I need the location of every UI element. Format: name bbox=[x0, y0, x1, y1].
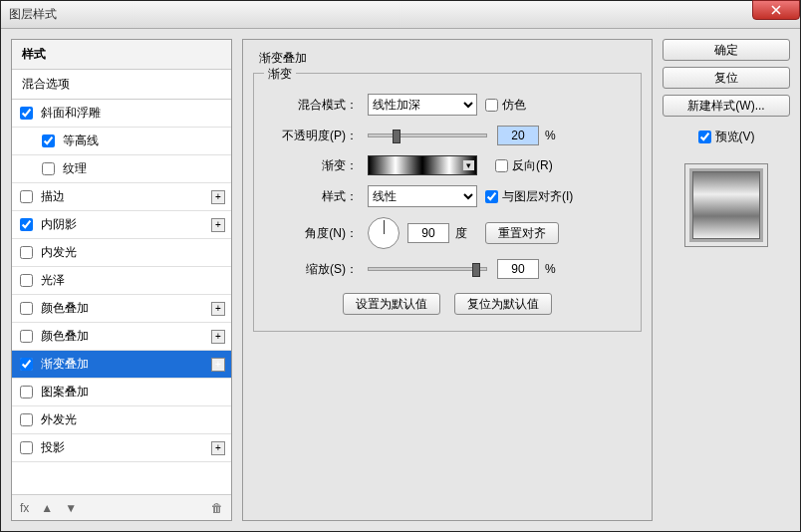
style-item-label: 渐变叠加 bbox=[41, 356, 89, 373]
move-down-icon[interactable]: ▼ bbox=[65, 501, 77, 515]
options-panel: 渐变叠加 渐变 混合模式： 线性加深 仿色 不透明度(P)： % 渐变： ▾ bbox=[242, 39, 653, 521]
blend-mode-label: 混合模式： bbox=[268, 97, 358, 114]
add-effect-icon[interactable]: + bbox=[211, 330, 225, 344]
style-item[interactable]: 投影+ bbox=[12, 434, 231, 462]
style-item[interactable]: 等高线 bbox=[12, 128, 231, 155]
style-label: 样式： bbox=[268, 188, 358, 205]
style-item-label: 斜面和浮雕 bbox=[41, 105, 101, 122]
scale-unit: % bbox=[545, 262, 556, 276]
add-effect-icon[interactable]: + bbox=[211, 302, 225, 316]
preview-box bbox=[684, 163, 768, 247]
dither-checkbox[interactable]: 仿色 bbox=[485, 97, 526, 114]
style-item-checkbox[interactable] bbox=[20, 413, 33, 426]
outer-group-title: 渐变叠加 bbox=[259, 50, 642, 67]
angle-input[interactable] bbox=[407, 223, 449, 243]
styles-panel: 样式 混合选项 斜面和浮雕等高线纹理描边+内阴影+内发光光泽颜色叠加+颜色叠加+… bbox=[11, 39, 232, 521]
style-item[interactable]: 渐变叠加+ bbox=[12, 351, 231, 379]
opacity-label: 不透明度(P)： bbox=[268, 128, 358, 144]
group-title: 渐变 bbox=[264, 66, 296, 83]
style-item-label: 内阴影 bbox=[41, 216, 77, 233]
blend-mode-select[interactable]: 线性加深 bbox=[368, 94, 477, 116]
style-list: 斜面和浮雕等高线纹理描边+内阴影+内发光光泽颜色叠加+颜色叠加+渐变叠加+图案叠… bbox=[12, 100, 231, 494]
preview-thumbnail bbox=[692, 171, 760, 239]
gradient-label: 渐变： bbox=[268, 157, 358, 174]
style-item-label: 颜色叠加 bbox=[41, 300, 89, 317]
style-item[interactable]: 光泽 bbox=[12, 267, 231, 295]
opacity-unit: % bbox=[545, 129, 556, 142]
style-item-checkbox[interactable] bbox=[20, 441, 33, 454]
style-item-label: 投影 bbox=[41, 439, 65, 456]
blend-options-header[interactable]: 混合选项 bbox=[12, 70, 231, 100]
style-item-checkbox[interactable] bbox=[20, 190, 33, 203]
style-item-checkbox[interactable] bbox=[20, 246, 33, 259]
style-item-checkbox[interactable] bbox=[42, 134, 55, 147]
style-item-checkbox[interactable] bbox=[20, 218, 33, 231]
style-item-checkbox[interactable] bbox=[20, 274, 33, 287]
style-item[interactable]: 颜色叠加+ bbox=[12, 295, 231, 323]
add-effect-icon[interactable]: + bbox=[211, 190, 225, 204]
actions-panel: 确定 复位 新建样式(W)... 预览(V) bbox=[663, 39, 790, 521]
style-item-label: 内发光 bbox=[41, 244, 77, 261]
style-item-label: 纹理 bbox=[63, 160, 87, 177]
gradient-group: 渐变 混合模式： 线性加深 仿色 不透明度(P)： % 渐变： ▾ 反向(R) bbox=[253, 73, 642, 332]
move-up-icon[interactable]: ▲ bbox=[41, 501, 53, 515]
style-item-checkbox[interactable] bbox=[20, 107, 33, 120]
add-effect-icon[interactable]: + bbox=[211, 441, 225, 455]
add-effect-icon[interactable]: + bbox=[211, 358, 225, 372]
style-item[interactable]: 内阴影+ bbox=[12, 211, 231, 239]
reset-align-button[interactable]: 重置对齐 bbox=[485, 222, 559, 244]
style-item-label: 光泽 bbox=[41, 272, 65, 289]
layer-style-dialog: 图层样式 样式 混合选项 斜面和浮雕等高线纹理描边+内阴影+内发光光泽颜色叠加+… bbox=[0, 0, 801, 532]
style-item-label: 描边 bbox=[41, 188, 65, 205]
style-item[interactable]: 图案叠加 bbox=[12, 379, 231, 406]
angle-unit: 度 bbox=[455, 225, 467, 242]
align-checkbox[interactable]: 与图层对齐(I) bbox=[485, 188, 573, 205]
style-item[interactable]: 描边+ bbox=[12, 183, 231, 211]
angle-label: 角度(N)： bbox=[268, 225, 358, 242]
ok-button[interactable]: 确定 bbox=[663, 39, 790, 61]
style-item-checkbox[interactable] bbox=[20, 386, 33, 399]
gradient-swatch[interactable]: ▾ bbox=[368, 155, 477, 175]
reverse-checkbox[interactable]: 反向(R) bbox=[495, 157, 553, 174]
add-effect-icon[interactable]: + bbox=[211, 218, 225, 232]
preview-checkbox[interactable]: 预览(V) bbox=[663, 129, 790, 145]
styles-header[interactable]: 样式 bbox=[12, 40, 231, 70]
styles-footer: fx ▲ ▼ 🗑 bbox=[12, 494, 231, 520]
style-item[interactable]: 外发光 bbox=[12, 406, 231, 434]
reset-default-button[interactable]: 复位为默认值 bbox=[454, 293, 552, 315]
style-item-checkbox[interactable] bbox=[42, 162, 55, 175]
style-item-label: 图案叠加 bbox=[41, 384, 89, 400]
cancel-button[interactable]: 复位 bbox=[663, 67, 790, 89]
titlebar[interactable]: 图层样式 bbox=[1, 1, 800, 29]
scale-input[interactable] bbox=[497, 259, 539, 279]
chevron-down-icon[interactable]: ▾ bbox=[462, 160, 474, 170]
style-item[interactable]: 内发光 bbox=[12, 239, 231, 267]
close-icon bbox=[771, 5, 781, 15]
window-title: 图层样式 bbox=[9, 6, 57, 23]
angle-dial[interactable] bbox=[368, 217, 400, 249]
scale-slider[interactable] bbox=[368, 267, 487, 271]
trash-icon[interactable]: 🗑 bbox=[211, 501, 223, 515]
set-default-button[interactable]: 设置为默认值 bbox=[343, 293, 440, 315]
style-item-checkbox[interactable] bbox=[20, 358, 33, 371]
style-item[interactable]: 颜色叠加+ bbox=[12, 323, 231, 351]
style-select[interactable]: 线性 bbox=[368, 185, 477, 207]
opacity-input[interactable] bbox=[497, 126, 539, 145]
style-item[interactable]: 纹理 bbox=[12, 155, 231, 183]
style-item-checkbox[interactable] bbox=[20, 302, 33, 315]
new-style-button[interactable]: 新建样式(W)... bbox=[663, 95, 790, 117]
style-item-label: 颜色叠加 bbox=[41, 328, 89, 345]
style-item[interactable]: 斜面和浮雕 bbox=[12, 100, 231, 128]
fx-icon[interactable]: fx bbox=[20, 501, 29, 515]
scale-label: 缩放(S)： bbox=[268, 261, 358, 278]
style-item-label: 等高线 bbox=[63, 133, 99, 149]
close-button[interactable] bbox=[752, 0, 800, 20]
style-item-label: 外发光 bbox=[41, 411, 77, 428]
opacity-slider[interactable] bbox=[368, 133, 487, 137]
style-item-checkbox[interactable] bbox=[20, 330, 33, 343]
